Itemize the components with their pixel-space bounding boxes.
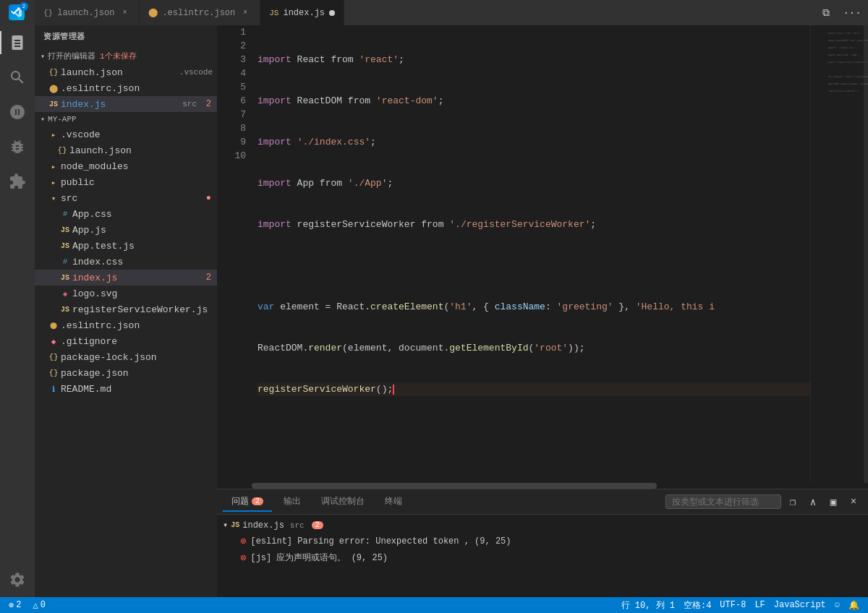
tab-eslintrc-json[interactable]: ⬤ .eslintrc.json × — [140, 0, 260, 25]
tree-index-css[interactable]: # index.css — [35, 254, 217, 270]
folder-icon-src: ▾ — [46, 194, 61, 203]
tree-package-lock[interactable]: {} package-lock.json — [35, 349, 217, 365]
error-count-status: 2 — [16, 600, 21, 610]
tab-index-js[interactable]: JS index.js — [260, 0, 344, 25]
open-editor-launch-json-label: launch.json — [61, 67, 179, 78]
sidebar-title: 资源管理器 — [35, 25, 217, 48]
tree-readme-label: README.md — [61, 384, 217, 395]
open-editor-eslintrc[interactable]: ⬤ .eslintrc.json — [35, 80, 217, 96]
main-layout: 资源管理器 ▾ 打开的编辑器 1个未保存 {} launch.json .vsc… — [0, 25, 868, 597]
status-encoding[interactable]: UTF-8 — [717, 597, 749, 613]
tab-launch-json[interactable]: {} launch.json × — [35, 0, 140, 25]
tree-src-label: src — [61, 193, 200, 204]
split-editor-button[interactable]: ⧉ — [816, 3, 836, 23]
status-left: ⊗ 2 △ 0 — [6, 597, 48, 613]
tree-src-error-dot: ● — [200, 193, 211, 203]
sidebar: 资源管理器 ▾ 打开的编辑器 1个未保存 {} launch.json .vsc… — [35, 25, 217, 597]
folder-icon-vscode: ▸ — [46, 130, 61, 140]
panel-tab-debug-console[interactable]: 调试控制台 — [312, 492, 373, 512]
panel-collapse-btn[interactable]: ∧ — [804, 493, 822, 510]
code-line-5: import registerServiceWorker from './reg… — [258, 218, 810, 231]
status-language[interactable]: JavaScript — [771, 597, 829, 613]
code-line-8: ReactDOM.render(element, document.getEle… — [258, 341, 810, 355]
js-icon-sw: JS — [58, 306, 72, 314]
tab-json-icon: {} — [43, 9, 53, 17]
tree-gitignore-label: .gitignore — [61, 336, 217, 347]
activity-bar — [0, 25, 35, 597]
tree-index-css-label: index.css — [72, 257, 217, 267]
horizontal-scrollbar[interactable] — [217, 483, 868, 489]
status-eol[interactable]: LF — [752, 597, 767, 613]
status-bell[interactable]: 🔔 — [846, 597, 862, 613]
panel-copy-btn[interactable]: ❐ — [784, 493, 801, 510]
tree-gitignore[interactable]: ◆ .gitignore — [35, 333, 217, 349]
activity-search[interactable] — [0, 60, 35, 95]
panel-wrap-btn[interactable]: ▣ — [825, 493, 842, 510]
panel-tab-debug-label: 调试控制台 — [321, 495, 365, 507]
project-section-header[interactable]: ▾ MY-APP — [35, 112, 217, 127]
activity-settings[interactable] — [0, 562, 35, 597]
status-spaces[interactable]: 空格:4 — [681, 597, 714, 613]
tree-node-modules[interactable]: ▸ node_modules — [35, 158, 217, 174]
open-editor-launch-json[interactable]: {} launch.json .vscode — [35, 64, 217, 80]
activity-git[interactable] — [0, 95, 35, 129]
error-icon-1: ⊗ — [240, 535, 246, 547]
language-text: JavaScript — [774, 600, 826, 610]
problems-badge: 2 — [252, 497, 263, 505]
status-line-col[interactable]: 行 10, 列 1 — [618, 597, 678, 613]
activity-debug[interactable] — [0, 129, 35, 164]
activity-extensions[interactable] — [0, 164, 35, 199]
tab-launch-json-label: launch.json — [57, 8, 114, 18]
status-smiley[interactable]: ☺ — [832, 597, 843, 613]
open-editor-index-js-label: index.js — [61, 99, 182, 110]
tree-app-css[interactable]: # App.css — [35, 206, 217, 222]
code-line-9: registerServiceWorker(); — [258, 382, 810, 396]
tree-index-js[interactable]: JS index.js 2 — [35, 270, 217, 286]
error-group-src: src — [290, 521, 305, 530]
panel-close-btn[interactable]: × — [845, 493, 862, 510]
status-warnings[interactable]: △ 0 — [30, 597, 48, 613]
tree-eslintrc[interactable]: ⬤ .eslintrc.json — [35, 317, 217, 333]
tree-logo-svg[interactable]: ◈ logo.svg — [35, 286, 217, 301]
tree-public[interactable]: ▸ public — [35, 174, 217, 190]
open-editor-index-js[interactable]: JS index.js src 2 — [35, 96, 217, 112]
warning-icon-status: △ — [33, 600, 38, 611]
panel-tab-output[interactable]: 输出 — [275, 492, 310, 512]
encoding-text: UTF-8 — [720, 600, 746, 610]
more-actions-button[interactable]: ··· — [842, 3, 862, 23]
tree-vscode-folder[interactable]: ▸ .vscode — [35, 127, 217, 142]
code-editor[interactable]: 1 2 3 4 5 6 7 8 9 10 import React from '… — [217, 25, 868, 483]
panel-tab-problems[interactable]: 问题 2 — [223, 492, 272, 512]
panel-filter-input[interactable] — [665, 494, 781, 509]
code-line-3: import './index.css'; — [258, 135, 810, 149]
tree-register-sw[interactable]: JS registerServiceWorker.js — [35, 301, 217, 317]
error-item-2[interactable]: ⊗ [js] 应为声明或语句。 (9, 25) — [217, 549, 868, 566]
tab-eslintrc-close[interactable]: × — [239, 7, 251, 19]
code-line-10 — [258, 424, 810, 437]
activity-explorer[interactable] — [0, 25, 35, 60]
tree-readme[interactable]: ℹ README.md — [35, 381, 217, 397]
code-line-1: import React from 'react'; — [258, 53, 810, 67]
js-icon-panel: JS — [231, 521, 239, 529]
css-icon-app: # — [58, 210, 72, 218]
panel-tab-terminal[interactable]: 终端 — [376, 492, 411, 512]
tree-src-folder[interactable]: ▾ src ● — [35, 190, 217, 206]
activity-bottom — [0, 562, 35, 597]
error-group-chevron: ▾ — [223, 520, 228, 531]
error-item-1[interactable]: ⊗ [eslint] Parsing error: Unexpected tok… — [217, 533, 868, 549]
tree-app-test-js-label: App.test.js — [72, 241, 217, 252]
open-editors-section-header[interactable]: ▾ 打开的编辑器 1个未保存 — [35, 48, 217, 64]
editor-area: 1 2 3 4 5 6 7 8 9 10 import React from '… — [217, 25, 868, 597]
status-errors[interactable]: ⊗ 2 — [6, 597, 24, 613]
panel-tab-terminal-label: 终端 — [385, 495, 402, 507]
unsaved-count: 1个未保存 — [100, 51, 137, 61]
tree-launch-json[interactable]: {} launch.json — [35, 142, 217, 158]
tree-app-test-js[interactable]: JS App.test.js — [35, 238, 217, 254]
tree-package-json[interactable]: {} package.json — [35, 365, 217, 381]
error-text-2: [js] 应为声明或语句。 (9, 25) — [250, 552, 859, 564]
tree-app-js[interactable]: JS App.js — [35, 222, 217, 238]
code-content[interactable]: import React from 'react'; import ReactD… — [252, 25, 810, 483]
error-group-header[interactable]: ▾ JS index.js src 2 — [217, 518, 868, 533]
panel-content: ▾ JS index.js src 2 ⊗ [eslint] Parsing e… — [217, 515, 868, 597]
tab-launch-json-close[interactable]: × — [119, 7, 130, 19]
